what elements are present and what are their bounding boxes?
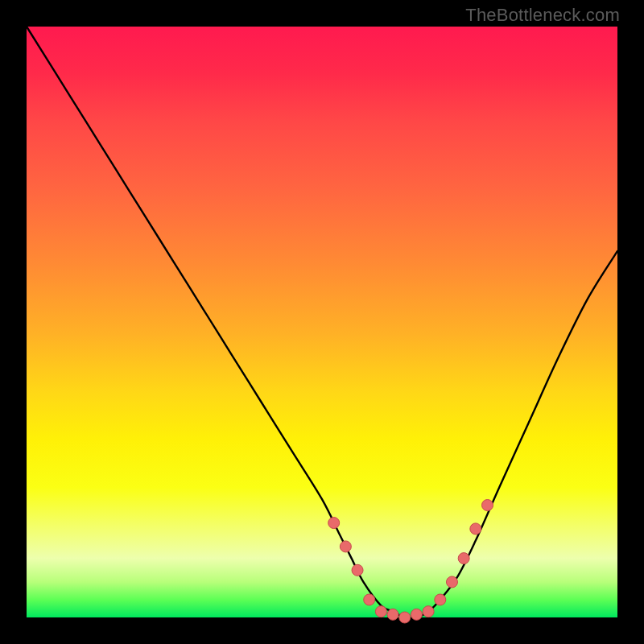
curve-marker bbox=[387, 609, 398, 620]
curve-marker bbox=[435, 594, 446, 605]
curve-marker bbox=[423, 606, 434, 617]
chart-svg bbox=[27, 27, 617, 617]
curve-marker bbox=[470, 523, 481, 535]
chart-frame: TheBottleneck.com bbox=[0, 0, 644, 644]
curve-marker bbox=[458, 553, 469, 564]
curve-marker bbox=[340, 541, 351, 552]
curve-marker bbox=[399, 612, 411, 623]
curve-marker bbox=[411, 609, 422, 620]
curve-marker bbox=[446, 576, 457, 588]
curve-marker bbox=[364, 594, 375, 605]
curve-marker bbox=[352, 564, 363, 576]
bottleneck-curve bbox=[27, 27, 617, 618]
curve-marker bbox=[328, 518, 340, 529]
curve-marker bbox=[375, 606, 386, 617]
attribution-text: TheBottleneck.com bbox=[465, 5, 620, 26]
curve-marker bbox=[482, 500, 493, 511]
